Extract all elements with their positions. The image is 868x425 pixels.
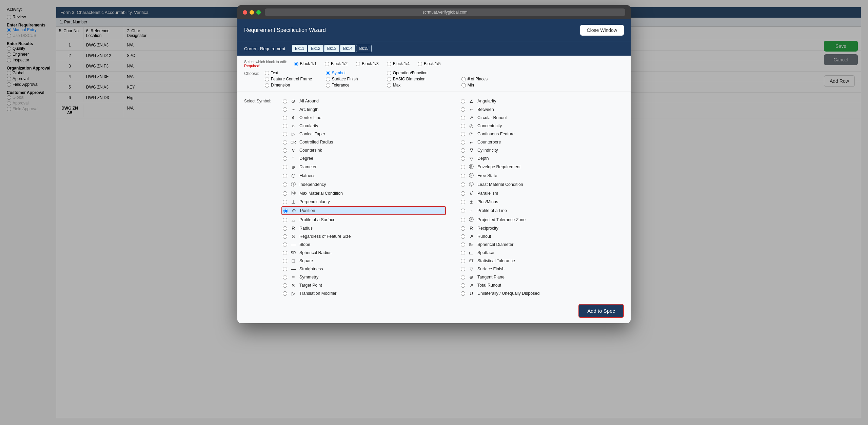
block-1-4-radio[interactable]: Block 1/4 [387,61,410,66]
symbol-total-runout[interactable]: ↗ Total Runout [459,282,624,289]
symbol-angularity[interactable]: ∠ Angularity [459,97,624,105]
symbol-slope[interactable]: — Slope [281,241,446,248]
requirement-wizard-dialog: Requirement Specification Wizard Close W… [237,19,631,323]
block-tags: Bk11 Bk12 Bk13 Bk14 Bk15 [292,45,372,52]
block-1-3-radio[interactable]: Block 1/3 [356,61,378,66]
symbol-degree[interactable]: ° Degree [281,155,446,162]
close-window-control[interactable] [243,10,247,15]
block-1-5-radio[interactable]: Block 1/5 [418,61,440,66]
symbol-concentricity[interactable]: ◎ Concentricity [459,122,624,130]
symbol-grid: ⊙ All Around ∠ Angularity ⌢ Arc length ↔… [281,97,624,297]
symbols-container: ⊙ All Around ∠ Angularity ⌢ Arc length ↔… [281,97,624,318]
block-select-row: Select which block to edit: Required! Bl… [244,60,624,68]
block-1-2-radio[interactable]: Block 1/2 [325,61,348,66]
symbol-parallelism[interactable]: // Parallelism [459,189,624,197]
symbol-runout[interactable]: ↗ Runout [459,233,624,240]
block-tag-bk15[interactable]: Bk15 [356,45,371,52]
symbol-controlled-radius[interactable]: CR Controlled Radius [281,138,446,146]
symbol-continuous-feature[interactable]: ⟳ Continuous Feature [459,130,624,138]
symbol-circular-runout[interactable]: ↗ Circular Runout [459,114,624,121]
symbol-spherical-diameter[interactable]: S⌀ Spherical Diameter [459,241,624,248]
symbol-diameter[interactable]: ⌀ Diameter [281,163,446,171]
symbol-circularity[interactable]: ○ Circularity [281,122,446,130]
block-1-1-radio[interactable]: Block 1/1 [294,61,317,66]
symbol-regardless-feature[interactable]: S Regardless of Feature Size [281,233,446,240]
symbol-reciprocity[interactable]: R Reciprocity [459,225,624,232]
symbol-statistical-tolerance[interactable]: ST Statistical Tolerance [459,257,624,265]
choose-row: Choose: Text Symbol Operation/Function [244,71,624,88]
dialog-title: Requirement Specification Wizard [244,27,326,33]
block-tag-bk13[interactable]: Bk13 [324,45,339,52]
max-option[interactable]: Max [387,83,461,88]
symbol-straightness[interactable]: — Straightness [281,265,446,273]
symbol-between[interactable]: ↔ Between [459,105,624,113]
required-label: Required! [244,64,287,68]
add-to-spec-button[interactable]: Add to Spec [578,304,624,318]
dialog-header: Requirement Specification Wizard Close W… [237,19,631,41]
browser-window: scrmuat.verifyglobal.com Requirement Spe… [237,5,631,323]
symbol-flatness[interactable]: ⬡ Flatness [281,172,446,180]
symbol-projected-tolerance[interactable]: Ⓟ Projected Tolerance Zone [459,216,624,224]
symbol-section: Select Symbol: ⊙ All Around ∠ Angularity [237,92,631,323]
minimize-window-control[interactable] [250,10,254,15]
min-option[interactable]: Min [461,83,522,88]
symbol-position[interactable]: ⊕ Position [281,206,446,215]
symbol-independency[interactable]: Ⓘ Independency [281,180,446,189]
symbol-radius[interactable]: R Radius [281,225,446,232]
symbol-spherical-radius[interactable]: SR Spherical Radius [281,249,446,256]
symbol-square[interactable]: □ Square [281,257,446,265]
symbol-countersink[interactable]: ∨ Countersink [281,147,446,154]
symbol-section-inner: Select Symbol: ⊙ All Around ∠ Angularity [244,97,624,318]
block-tag-bk12[interactable]: Bk12 [308,45,323,52]
symbol-arc-length[interactable]: ⌢ Arc length [281,105,446,113]
block-tag-bk11[interactable]: Bk11 [292,45,307,52]
symbol-envelope-req[interactable]: Ⓔ Envelope Requirement [459,163,624,171]
block-radio-group: Block 1/1 Block 1/2 Block 1/3 Block 1/4 [294,61,441,66]
symbol-conical-taper[interactable]: ▷ Conical Taper [281,130,446,138]
symbol-plus-minus[interactable]: ± Plus/Minus [459,198,624,206]
block-section: Select which block to edit: Required! Bl… [237,56,631,92]
symbol-translation-modifier[interactable]: ▷ Translation Modifier [281,290,446,297]
current-req-label: Current Requirement: [244,46,287,51]
current-req-bar: Current Requirement: Bk11 Bk12 Bk13 Bk14… [237,41,631,56]
symbol-free-state[interactable]: Ⓕ Free State [459,172,624,180]
basic-dimension-option[interactable]: BASIC Dimension [387,77,461,81]
symbol-max-material[interactable]: Ⓜ Max Material Condition [281,189,446,197]
text-option[interactable]: Text [265,71,326,75]
symbol-surface-finish[interactable]: ▽ Surface Finish [459,265,624,273]
add-spec-row: Add to Spec [281,301,624,318]
close-window-button[interactable]: Close Window [580,25,624,36]
operation-function-option[interactable]: Operation/Function [387,71,461,75]
symbol-spotface[interactable]: ⌴ Spotface [459,249,624,256]
tolerance-option[interactable]: Tolerance [326,83,387,88]
symbol-depth[interactable]: ▽ Depth [459,155,624,162]
symbol-symmetry[interactable]: ≡ Symmetry [281,273,446,281]
traffic-lights [243,10,261,15]
select-symbol-label: Select Symbol: [244,97,275,318]
symbol-profile-line[interactable]: ⌓ Profile of a Line [459,206,624,215]
symbol-option[interactable]: Symbol [326,71,387,75]
symbol-center-line[interactable]: ¢ Center Line [281,114,446,121]
symbol-perpendicularity[interactable]: ⊥ Perpendicularity [281,198,446,206]
symbol-counterbore[interactable]: ⌐ Counterbore [459,138,624,146]
select-block-instruction: Select which block to edit: [244,60,287,64]
feature-control-frame-option[interactable]: Feature Control Frame [265,77,326,81]
browser-titlebar: scrmuat.verifyglobal.com [237,5,631,19]
symbol-unilaterally[interactable]: U Unilaterally / Unequally Disposed [459,290,624,297]
num-of-places-option[interactable]: # of Places [461,77,522,81]
modal-overlay: scrmuat.verifyglobal.com Requirement Spe… [0,0,868,425]
symbol-target-point[interactable]: ✕ Target Point [281,282,446,289]
browser-url-bar[interactable]: scrmuat.verifyglobal.com [265,8,625,16]
symbol-profile-surface[interactable]: ⌓ Profile of a Surface [281,216,446,224]
choose-label: Choose: [244,71,259,76]
symbol-cylindricity[interactable]: ∇ Cylindricity [459,147,624,154]
dimension-option[interactable]: Dimension [265,83,326,88]
maximize-window-control[interactable] [256,10,261,15]
symbol-least-material[interactable]: Ⓛ Least Material Condition [459,180,624,189]
surface-finish-option[interactable]: Surface Finish [326,77,387,81]
block-tag-bk14[interactable]: Bk14 [340,45,355,52]
symbol-all-around[interactable]: ⊙ All Around [281,97,446,105]
symbol-tangent-plane[interactable]: ⊕ Tangent Plane [459,273,624,281]
